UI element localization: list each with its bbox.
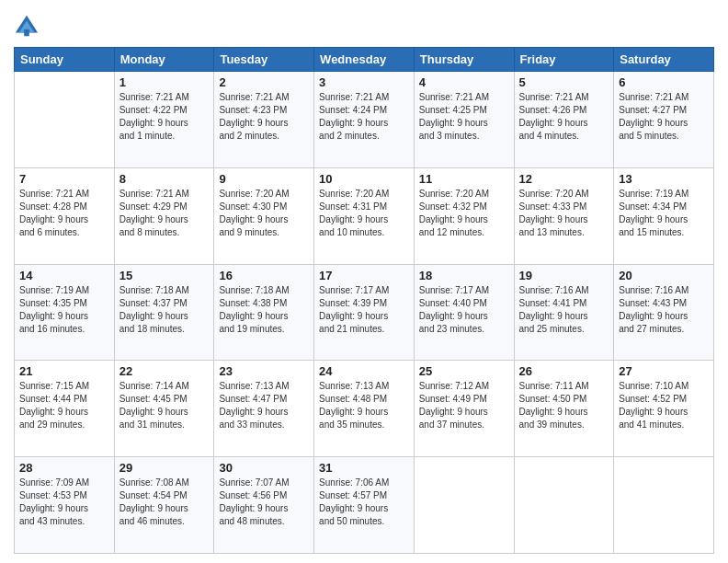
day-content: Sunrise: 7:21 AM Sunset: 4:29 PM Dayligh…	[119, 188, 210, 239]
calendar-cell: 9Sunrise: 7:20 AM Sunset: 4:30 PM Daylig…	[214, 167, 314, 264]
weekday-header-thursday: Thursday	[414, 48, 514, 72]
calendar-cell: 2Sunrise: 7:21 AM Sunset: 4:23 PM Daylig…	[214, 72, 314, 168]
calendar-cell: 5Sunrise: 7:21 AM Sunset: 4:26 PM Daylig…	[514, 72, 614, 168]
calendar-cell: 16Sunrise: 7:18 AM Sunset: 4:38 PM Dayli…	[214, 264, 314, 361]
day-number: 11	[419, 172, 509, 186]
calendar-cell	[614, 457, 714, 554]
calendar-cell: 25Sunrise: 7:12 AM Sunset: 4:49 PM Dayli…	[414, 361, 514, 457]
calendar-cell: 20Sunrise: 7:16 AM Sunset: 4:43 PM Dayli…	[614, 264, 714, 361]
day-content: Sunrise: 7:11 AM Sunset: 4:50 PM Dayligh…	[519, 380, 609, 431]
day-content: Sunrise: 7:20 AM Sunset: 4:31 PM Dayligh…	[319, 188, 409, 239]
day-number: 22	[119, 364, 210, 378]
day-number: 25	[419, 364, 509, 378]
day-number: 19	[519, 269, 609, 282]
weekday-header-sunday: Sunday	[15, 48, 115, 72]
calendar-cell: 23Sunrise: 7:13 AM Sunset: 4:47 PM Dayli…	[214, 361, 314, 457]
day-number: 16	[219, 269, 309, 282]
calendar-week-row: 28Sunrise: 7:09 AM Sunset: 4:53 PM Dayli…	[15, 457, 714, 554]
weekday-header-wednesday: Wednesday	[314, 48, 415, 72]
day-number: 23	[219, 364, 309, 378]
calendar-cell: 7Sunrise: 7:21 AM Sunset: 4:28 PM Daylig…	[15, 167, 115, 264]
day-number: 12	[519, 172, 609, 186]
day-content: Sunrise: 7:13 AM Sunset: 4:48 PM Dayligh…	[319, 380, 409, 431]
calendar-cell: 27Sunrise: 7:10 AM Sunset: 4:52 PM Dayli…	[614, 361, 714, 457]
calendar-cell: 18Sunrise: 7:17 AM Sunset: 4:40 PM Dayli…	[414, 264, 514, 361]
calendar-cell: 26Sunrise: 7:11 AM Sunset: 4:50 PM Dayli…	[514, 361, 614, 457]
day-content: Sunrise: 7:10 AM Sunset: 4:52 PM Dayligh…	[619, 380, 709, 431]
calendar-cell: 3Sunrise: 7:21 AM Sunset: 4:24 PM Daylig…	[314, 72, 415, 168]
day-content: Sunrise: 7:13 AM Sunset: 4:47 PM Dayligh…	[219, 380, 309, 431]
day-content: Sunrise: 7:20 AM Sunset: 4:30 PM Dayligh…	[219, 188, 309, 239]
calendar-cell	[414, 457, 514, 554]
day-number: 30	[219, 461, 309, 475]
weekday-header-monday: Monday	[114, 48, 214, 72]
calendar-body: 1Sunrise: 7:21 AM Sunset: 4:22 PM Daylig…	[15, 72, 714, 554]
day-number: 24	[319, 364, 409, 378]
weekday-header-tuesday: Tuesday	[214, 48, 314, 72]
day-content: Sunrise: 7:20 AM Sunset: 4:32 PM Dayligh…	[419, 188, 509, 239]
day-number: 18	[419, 269, 509, 282]
day-content: Sunrise: 7:16 AM Sunset: 4:41 PM Dayligh…	[519, 284, 609, 336]
day-content: Sunrise: 7:19 AM Sunset: 4:35 PM Dayligh…	[19, 284, 109, 336]
header	[14, 14, 714, 40]
page: SundayMondayTuesdayWednesdayThursdayFrid…	[0, 0, 728, 563]
calendar-cell: 21Sunrise: 7:15 AM Sunset: 4:44 PM Dayli…	[15, 361, 115, 457]
day-number: 20	[619, 269, 709, 282]
day-content: Sunrise: 7:21 AM Sunset: 4:22 PM Dayligh…	[119, 91, 210, 143]
logo	[14, 14, 45, 40]
calendar-cell: 31Sunrise: 7:06 AM Sunset: 4:57 PM Dayli…	[314, 457, 415, 554]
day-content: Sunrise: 7:12 AM Sunset: 4:49 PM Dayligh…	[419, 380, 509, 431]
calendar-cell: 19Sunrise: 7:16 AM Sunset: 4:41 PM Dayli…	[514, 264, 614, 361]
day-content: Sunrise: 7:18 AM Sunset: 4:37 PM Dayligh…	[119, 284, 210, 336]
calendar-cell: 6Sunrise: 7:21 AM Sunset: 4:27 PM Daylig…	[614, 72, 714, 168]
calendar-cell	[15, 72, 115, 168]
day-number: 27	[619, 364, 709, 378]
calendar-cell: 11Sunrise: 7:20 AM Sunset: 4:32 PM Dayli…	[414, 167, 514, 264]
calendar-cell: 17Sunrise: 7:17 AM Sunset: 4:39 PM Dayli…	[314, 264, 415, 361]
day-content: Sunrise: 7:18 AM Sunset: 4:38 PM Dayligh…	[219, 284, 309, 336]
day-number: 14	[19, 269, 109, 282]
calendar-week-row: 7Sunrise: 7:21 AM Sunset: 4:28 PM Daylig…	[15, 167, 714, 264]
day-content: Sunrise: 7:21 AM Sunset: 4:25 PM Dayligh…	[419, 91, 509, 143]
calendar-cell: 30Sunrise: 7:07 AM Sunset: 4:56 PM Dayli…	[214, 457, 314, 554]
weekday-header-friday: Friday	[514, 48, 614, 72]
calendar-week-row: 1Sunrise: 7:21 AM Sunset: 4:22 PM Daylig…	[15, 72, 714, 168]
day-content: Sunrise: 7:07 AM Sunset: 4:56 PM Dayligh…	[219, 477, 309, 528]
day-number: 31	[319, 461, 409, 475]
calendar-cell: 10Sunrise: 7:20 AM Sunset: 4:31 PM Dayli…	[314, 167, 415, 264]
day-number: 10	[319, 172, 409, 186]
calendar-week-row: 14Sunrise: 7:19 AM Sunset: 4:35 PM Dayli…	[15, 264, 714, 361]
day-number: 3	[319, 75, 409, 89]
day-number: 6	[619, 75, 709, 89]
calendar-cell: 4Sunrise: 7:21 AM Sunset: 4:25 PM Daylig…	[414, 72, 514, 168]
day-content: Sunrise: 7:08 AM Sunset: 4:54 PM Dayligh…	[119, 477, 210, 528]
day-content: Sunrise: 7:17 AM Sunset: 4:39 PM Dayligh…	[319, 284, 409, 336]
day-number: 8	[119, 172, 210, 186]
day-content: Sunrise: 7:19 AM Sunset: 4:34 PM Dayligh…	[619, 188, 709, 239]
day-number: 26	[519, 364, 609, 378]
calendar-cell: 8Sunrise: 7:21 AM Sunset: 4:29 PM Daylig…	[114, 167, 214, 264]
calendar-cell: 13Sunrise: 7:19 AM Sunset: 4:34 PM Dayli…	[614, 167, 714, 264]
day-content: Sunrise: 7:21 AM Sunset: 4:26 PM Dayligh…	[519, 91, 609, 143]
day-content: Sunrise: 7:16 AM Sunset: 4:43 PM Dayligh…	[619, 284, 709, 336]
day-content: Sunrise: 7:21 AM Sunset: 4:24 PM Dayligh…	[319, 91, 409, 143]
day-number: 1	[119, 75, 210, 89]
calendar-cell: 29Sunrise: 7:08 AM Sunset: 4:54 PM Dayli…	[114, 457, 214, 554]
day-number: 4	[419, 75, 509, 89]
weekday-header-saturday: Saturday	[614, 48, 714, 72]
day-content: Sunrise: 7:09 AM Sunset: 4:53 PM Dayligh…	[19, 477, 109, 528]
day-content: Sunrise: 7:06 AM Sunset: 4:57 PM Dayligh…	[319, 477, 409, 528]
calendar-cell: 28Sunrise: 7:09 AM Sunset: 4:53 PM Dayli…	[15, 457, 115, 554]
calendar-cell: 14Sunrise: 7:19 AM Sunset: 4:35 PM Dayli…	[15, 264, 115, 361]
day-number: 7	[19, 172, 109, 186]
weekday-header-row: SundayMondayTuesdayWednesdayThursdayFrid…	[15, 48, 714, 72]
calendar-cell: 22Sunrise: 7:14 AM Sunset: 4:45 PM Dayli…	[114, 361, 214, 457]
logo-icon	[14, 14, 40, 40]
day-content: Sunrise: 7:17 AM Sunset: 4:40 PM Dayligh…	[419, 284, 509, 336]
day-content: Sunrise: 7:21 AM Sunset: 4:28 PM Dayligh…	[19, 188, 109, 239]
day-number: 13	[619, 172, 709, 186]
calendar-cell: 24Sunrise: 7:13 AM Sunset: 4:48 PM Dayli…	[314, 361, 415, 457]
day-number: 5	[519, 75, 609, 89]
calendar-cell: 1Sunrise: 7:21 AM Sunset: 4:22 PM Daylig…	[114, 72, 214, 168]
day-number: 21	[19, 364, 109, 378]
